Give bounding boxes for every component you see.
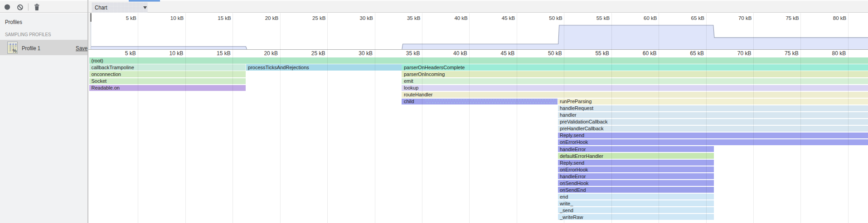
svg-text:%: % — [13, 47, 17, 53]
